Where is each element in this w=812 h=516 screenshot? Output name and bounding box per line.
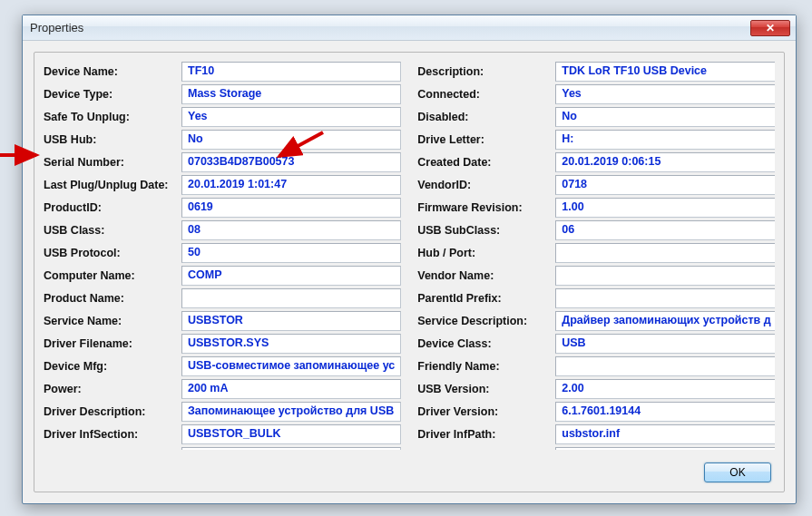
property-label: Driver Description:: [44, 405, 181, 418]
ok-button[interactable]: OK: [704, 462, 771, 482]
property-value[interactable]: 2.00: [555, 379, 775, 399]
property-label: Description:: [417, 65, 555, 78]
property-value[interactable]: [555, 266, 775, 286]
property-row: Drive Letter:H:: [417, 130, 775, 150]
property-value[interactable]: [181, 288, 401, 308]
property-row: Power:200 mA: [44, 379, 401, 399]
property-row: Device Class:USB: [417, 334, 775, 354]
property-label: USB Hub:: [44, 133, 181, 146]
property-value[interactable]: 1.00: [555, 198, 775, 218]
right-column: Description:TDK LoR TF10 USB DeviceConne…: [417, 62, 775, 450]
property-value[interactable]: [555, 243, 775, 263]
property-label: Friendly Name:: [417, 360, 555, 373]
property-value[interactable]: No: [181, 130, 401, 150]
property-value[interactable]: usbstor.inf: [555, 424, 775, 444]
property-row: USB Hub:No: [44, 130, 401, 150]
property-row: Connected:Yes: [417, 84, 775, 104]
property-row: Device Type:Mass Storage: [44, 84, 401, 104]
property-value[interactable]: 20.01.2019 0:06:15: [555, 152, 775, 172]
property-value[interactable]: 50: [181, 243, 401, 263]
property-label: ParentId Prefix:: [417, 292, 555, 305]
property-value[interactable]: Yes: [181, 107, 401, 127]
property-value[interactable]: USB: [555, 334, 775, 354]
property-label: Driver InfSection:: [44, 428, 181, 441]
property-row: USB Version:2.00: [417, 379, 775, 399]
property-value[interactable]: 20.01.2019 1:01:47: [181, 175, 401, 195]
property-value[interactable]: USBSTOR.SYS: [181, 334, 401, 354]
property-value[interactable]: Removable, UniqueID, RawDeviceOK,: [555, 447, 775, 450]
property-row: Created Date:20.01.2019 0:06:15: [417, 152, 775, 172]
property-label: Disabled:: [417, 111, 555, 123]
property-label: Safe To Unplug:: [44, 111, 181, 123]
property-label: Driver InfPath:: [417, 428, 555, 441]
property-label: Service Name:: [44, 315, 181, 327]
property-value[interactable]: USBSTOR: [181, 311, 401, 331]
property-value[interactable]: 200 mA: [181, 379, 401, 399]
property-value[interactable]: Yes: [555, 84, 775, 104]
property-row: Device Name:TF10: [44, 62, 401, 82]
property-value[interactable]: TF10: [181, 62, 401, 82]
window-title: Properties: [30, 21, 750, 34]
close-icon: ✕: [766, 23, 775, 34]
property-label: USB Class:: [44, 224, 181, 237]
property-value[interactable]: 6.1.7601.19144: [555, 402, 775, 422]
property-row: VendorID:0718: [417, 175, 775, 195]
property-label: USB Version:: [417, 383, 555, 395]
property-value[interactable]: 06: [555, 220, 775, 240]
property-row: Driver Filename:USBSTOR.SYS: [44, 334, 401, 354]
property-row: Vendor Name:: [417, 266, 775, 286]
property-value[interactable]: COMP: [181, 266, 401, 286]
property-row: Hub / Port:: [417, 243, 775, 263]
property-row: Last Plug/Unplug Date:20.01.2019 1:01:47: [44, 175, 401, 195]
property-label: Power:: [44, 383, 181, 395]
properties-window: Properties ✕ Device Name:TF10Device Type…: [22, 15, 797, 504]
property-label: Created Date:: [417, 156, 555, 169]
content-panel: Device Name:TF10Device Type:Mass Storage…: [34, 52, 785, 492]
property-value[interactable]: Драйвер запоминающих устройств д: [555, 311, 775, 331]
property-label: Connected:: [417, 88, 555, 101]
property-value[interactable]: 07033B4D87B00573: [181, 152, 401, 172]
property-value[interactable]: No: [555, 107, 775, 127]
property-row: ProductID:0619: [44, 198, 401, 218]
property-row: Driver InfPath:usbstor.inf: [417, 424, 775, 444]
property-row: Description:TDK LoR TF10 USB Device: [417, 62, 775, 82]
property-row: USB Protocol:50: [44, 243, 401, 263]
property-label: ProductID:: [44, 201, 181, 214]
property-label: Driver Filename:: [44, 337, 181, 350]
property-value[interactable]: 0619: [181, 198, 401, 218]
property-label: VendorID:: [417, 179, 555, 191]
property-value[interactable]: TDK LoR TF10 USB Device: [555, 62, 775, 82]
property-value[interactable]: USBSTOR_BULK: [181, 424, 401, 444]
property-label: Device Mfg:: [44, 360, 181, 373]
property-label: Drive Letter:: [417, 133, 555, 146]
properties-grid: Device Name:TF10Device Type:Mass Storage…: [44, 62, 775, 450]
property-value[interactable]: 08: [181, 220, 401, 240]
titlebar[interactable]: Properties ✕: [23, 15, 796, 41]
property-value[interactable]: USB-совместимое запоминающее ус: [181, 356, 401, 376]
property-value[interactable]: [555, 288, 775, 308]
property-value[interactable]: USB\VID_0718&PID_0619\07033B4D8: [181, 447, 401, 450]
property-row: Disabled:No: [417, 107, 775, 127]
property-value[interactable]: H:: [555, 130, 775, 150]
property-row: Safe To Unplug:Yes: [44, 107, 401, 127]
property-value[interactable]: Запоминающее устройство для USB: [181, 402, 401, 422]
property-label: Service Description:: [417, 315, 555, 327]
property-value[interactable]: [555, 356, 775, 376]
property-row: Service Description:Драйвер запоминающих…: [417, 311, 775, 331]
property-label: Hub / Port:: [417, 247, 555, 259]
property-row: ParentId Prefix:: [417, 288, 775, 308]
property-row: Computer Name:COMP: [44, 266, 401, 286]
close-button[interactable]: ✕: [750, 20, 790, 36]
property-label: Device Name:: [44, 65, 181, 78]
property-row: Driver Version:6.1.7601.19144: [417, 402, 775, 422]
property-label: Firmware Revision:: [417, 201, 555, 214]
property-row: USB Class:08: [44, 220, 401, 240]
property-row: Firmware Revision:1.00: [417, 198, 775, 218]
property-label: Device Class:: [417, 337, 555, 350]
property-label: Last Plug/Unplug Date:: [44, 179, 181, 191]
property-value[interactable]: 0718: [555, 175, 775, 195]
footer: OK: [704, 462, 771, 482]
property-label: Serial Number:: [44, 156, 181, 169]
property-row: Instance ID:USB\VID_0718&PID_0619\07033B…: [44, 447, 401, 450]
property-value[interactable]: Mass Storage: [181, 84, 401, 104]
